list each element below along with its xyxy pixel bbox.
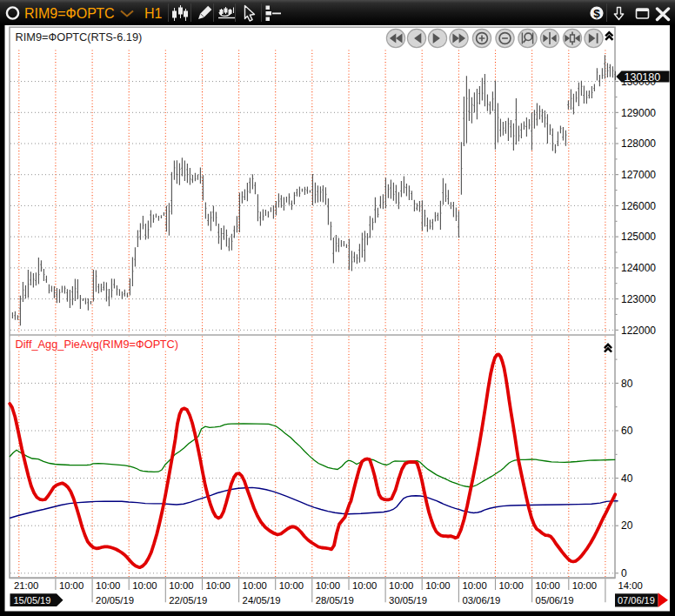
svg-text:24/05/19: 24/05/19	[243, 595, 281, 606]
svg-text:127000: 127000	[621, 169, 656, 181]
svg-text:10:00: 10:00	[169, 580, 193, 591]
svg-text:14:00: 14:00	[618, 580, 643, 591]
svg-text:10:00: 10:00	[352, 580, 377, 591]
svg-text:60: 60	[621, 425, 633, 437]
svg-text:RIM9=ФОРТС(RTS-6.19): RIM9=ФОРТС(RTS-6.19)	[16, 30, 143, 44]
svg-text:129000: 129000	[621, 107, 656, 119]
svg-text:05/06/19: 05/06/19	[536, 595, 574, 606]
svg-text:125000: 125000	[621, 231, 656, 243]
svg-text:10:00: 10:00	[206, 580, 231, 591]
svg-text:$: $	[593, 7, 600, 20]
svg-text:21:00: 21:00	[14, 580, 38, 591]
svg-text:10:00: 10:00	[96, 580, 120, 591]
svg-text:130180: 130180	[625, 71, 661, 84]
svg-text:10:00: 10:00	[425, 580, 450, 591]
svg-text:30/05/19: 30/05/19	[389, 595, 427, 606]
svg-text:03/06/19: 03/06/19	[462, 595, 500, 606]
svg-text:10:00: 10:00	[132, 580, 157, 591]
svg-text:128000: 128000	[621, 137, 656, 150]
svg-text:07/06/19: 07/06/19	[618, 595, 655, 606]
svg-text:80: 80	[621, 378, 633, 390]
svg-text:10:00: 10:00	[279, 580, 304, 591]
svg-text:10:00: 10:00	[389, 580, 413, 591]
svg-text:10:00: 10:00	[243, 580, 267, 591]
svg-text:124000: 124000	[621, 262, 656, 274]
svg-text:10:00: 10:00	[499, 580, 524, 591]
svg-text:10:00: 10:00	[572, 580, 597, 591]
svg-text:Diff_Agg_PieAvg(RIM9=ФОРТС): Diff_Agg_PieAvg(RIM9=ФОРТС)	[16, 338, 179, 351]
svg-text:126000: 126000	[621, 200, 656, 212]
svg-text:0: 0	[621, 567, 627, 579]
svg-text:28/05/19: 28/05/19	[316, 595, 354, 606]
svg-text:10:00: 10:00	[59, 580, 84, 591]
svg-text:10:00: 10:00	[462, 580, 486, 591]
svg-text:122000: 122000	[621, 325, 656, 337]
svg-text:20/05/19: 20/05/19	[96, 595, 134, 606]
svg-text:22/05/19: 22/05/19	[169, 595, 207, 606]
svg-text:40: 40	[621, 472, 633, 485]
svg-text:10:00: 10:00	[536, 580, 560, 591]
svg-text:10:00: 10:00	[316, 580, 340, 591]
svg-text:20: 20	[621, 519, 633, 532]
svg-text:RIM9=ФОРТС: RIM9=ФОРТС	[24, 6, 114, 21]
svg-text:15/05/19: 15/05/19	[14, 595, 51, 606]
svg-text:123000: 123000	[621, 293, 656, 305]
svg-text:H1: H1	[144, 6, 163, 21]
